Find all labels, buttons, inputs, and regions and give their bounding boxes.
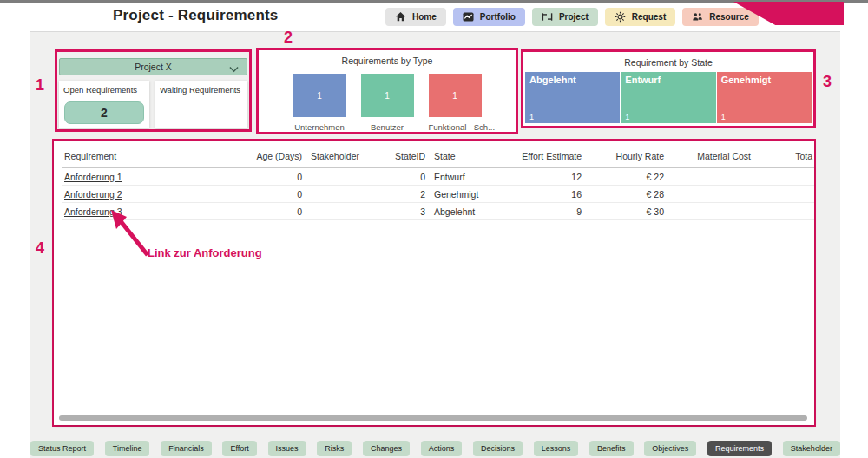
cell-stateid: 0 (384, 168, 427, 186)
bar-funktional[interactable]: 1 (429, 74, 482, 117)
column-header-hourly-rate[interactable]: Hourly Rate (583, 144, 666, 168)
kpi-card-open-requirements: Open Requirements 2 (59, 81, 149, 128)
tile-label: Entwurf (625, 75, 661, 85)
column-header-total[interactable]: Tota (753, 144, 814, 168)
cell-age: 0 (236, 186, 304, 203)
nav-resource-label: Resource (709, 12, 749, 22)
column-header-state[interactable]: State (427, 144, 514, 168)
footer-tab-objectives[interactable]: Objectives (644, 441, 696, 456)
table-row: Anforderung 1 0 0 Entwurf 12 € 22 (62, 168, 814, 186)
nav-project-button[interactable]: Project (532, 8, 598, 26)
cell-hourly-rate: € 30 (583, 203, 666, 220)
requirements-by-type-chart: Requirements by Type 1 Unternehmen 1 Ben… (256, 48, 518, 134)
tile-value: 1 (721, 113, 726, 121)
cell-material-cost (666, 186, 753, 203)
bar-category-label: Unternehmen (293, 122, 346, 132)
treemap-tile-genehmigt[interactable]: Genehmigt 1 (717, 72, 812, 123)
cell-stakeholder (304, 186, 384, 203)
footer-tab-decisions[interactable]: Decisions (473, 441, 523, 456)
cell-stakeholder (304, 203, 384, 220)
annotation-number-1: 1 (36, 76, 44, 95)
kpi-value-open-requirements: 2 (64, 101, 144, 124)
footer-tab-financials[interactable]: Financials (161, 441, 212, 456)
tile-value: 1 (625, 113, 629, 121)
cell-age: 0 (236, 168, 304, 186)
column-header-material-cost[interactable]: Material Cost (666, 144, 753, 168)
requirement-by-state-treemap: Requirement by State Abgelehnt 1 Entwurf… (521, 49, 816, 128)
bar-unternehmen[interactable]: 1 (293, 74, 346, 117)
kpi-title: Waiting Requirements (155, 81, 247, 95)
treemap-tile-entwurf[interactable]: Entwurf 1 (621, 72, 715, 123)
footer-tab-risks[interactable]: Risks (317, 441, 352, 456)
column-header-stakeholder[interactable]: Stakeholder (304, 144, 384, 168)
gantt-icon (542, 11, 553, 23)
footer-tab-status-report[interactable]: Status Report (30, 441, 94, 456)
requirement-link-1[interactable]: Anforderung 1 (64, 172, 122, 182)
annotation-number-2: 2 (284, 29, 293, 47)
footer-tab-timeline[interactable]: Timeline (105, 441, 150, 456)
cell-requirement: Anforderung 2 (62, 186, 236, 203)
chart-title: Requirement by State (523, 57, 813, 68)
cell-state: Genehmigt (427, 186, 514, 203)
cell-requirement: Anforderung 1 (62, 168, 236, 186)
dashboard-page: Project - Requirements Home Portfolio Pr… (0, 0, 868, 458)
nav-portfolio-button[interactable]: Portfolio (453, 8, 525, 26)
footer-tab-issues[interactable]: Issues (268, 441, 306, 456)
tile-value: 1 (529, 113, 534, 121)
cell-stateid: 3 (384, 203, 427, 220)
bar-column: 1 Funktional - Sch... (429, 74, 482, 132)
cell-material-cost (666, 203, 753, 220)
chevron-down-icon (229, 64, 239, 71)
requirement-link-2[interactable]: Anforderung 2 (64, 189, 122, 200)
nav-request-button[interactable]: Request (605, 8, 675, 26)
bar-category-label: Funktional - Sch... (429, 122, 482, 132)
footer-tab-stakeholder[interactable]: Stakeholder (783, 441, 840, 456)
cell-total (753, 186, 814, 203)
column-header-effort-estimate[interactable]: Effort Estimate (514, 144, 583, 168)
cell-age: 0 (236, 203, 304, 220)
cell-stateid: 2 (384, 186, 427, 203)
column-header-stateid[interactable]: StateID (384, 144, 427, 168)
annotation-number-3: 3 (823, 73, 832, 91)
chart-title: Requirements by Type (259, 56, 516, 66)
bar-data-label: 1 (317, 91, 322, 101)
footer-tab-actions[interactable]: Actions (421, 441, 463, 456)
cell-state: Entwurf (427, 168, 514, 186)
bar-category-label: Benutzer (361, 122, 414, 132)
cell-effort: 16 (514, 186, 583, 203)
cell-total (753, 168, 814, 186)
cell-hourly-rate: € 22 (583, 168, 666, 186)
column-header-requirement[interactable]: Requirement (62, 144, 236, 168)
treemap-tile-abgelehnt[interactable]: Abgelehnt 1 (525, 72, 620, 123)
nav-home-label: Home (412, 12, 437, 22)
bar-benutzer[interactable]: 1 (361, 74, 414, 117)
requirements-table-panel: Requirement Age (Days) Stakeholder State… (54, 141, 814, 425)
nav-home-button[interactable]: Home (385, 8, 446, 26)
cell-state: Abgelehnt (427, 203, 514, 220)
bar-data-label: 1 (452, 91, 457, 101)
cell-hourly-rate: € 28 (583, 186, 666, 203)
table-horizontal-scrollbar[interactable] (59, 415, 807, 421)
nav-resource-button[interactable]: Resource (682, 8, 759, 26)
kpi-card-waiting-requirements: Waiting Requirements (155, 81, 247, 128)
tile-label: Genehmigt (721, 75, 771, 85)
bar-data-label: 1 (385, 91, 390, 101)
cell-material-cost (666, 168, 753, 186)
main-nav: Home Portfolio Project Request Resource (385, 8, 759, 26)
nav-request-label: Request (632, 12, 666, 22)
cell-effort: 9 (514, 203, 583, 220)
bar-chart-plot-area: 1 Unternehmen 1 Benutzer 1 Funktional - … (259, 74, 516, 132)
project-slicer-dropdown[interactable]: Project X (59, 58, 247, 75)
footer-tab-effort[interactable]: Effort (222, 441, 256, 456)
bar-column: 1 Unternehmen (293, 74, 346, 132)
footer-tab-benefits[interactable]: Benefits (589, 441, 634, 456)
footer-tab-lessons[interactable]: Lessons (534, 441, 579, 456)
chart-frame-icon (463, 11, 474, 23)
cell-total (753, 203, 814, 220)
people-icon (692, 11, 703, 23)
column-header-age[interactable]: Age (Days) (236, 144, 304, 168)
page-title: Project - Requirements (113, 7, 279, 24)
footer-tab-requirements[interactable]: Requirements (707, 441, 772, 456)
footer-tab-changes[interactable]: Changes (363, 441, 410, 456)
tile-label: Abgelehnt (529, 75, 576, 85)
